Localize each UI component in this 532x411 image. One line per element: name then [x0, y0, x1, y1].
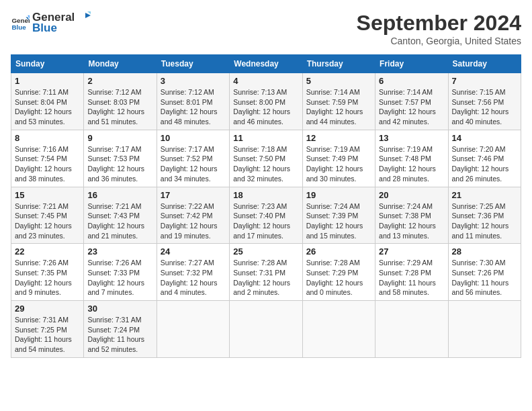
- calendar-day-cell: 1Sunrise: 7:11 AMSunset: 8:04 PMDaylight…: [11, 73, 84, 130]
- day-header-wednesday: Wednesday: [230, 55, 302, 73]
- day-info: Sunrise: 7:12 AMSunset: 8:03 PMDaylight:…: [87, 87, 152, 127]
- calendar-day-cell: 28Sunrise: 7:30 AMSunset: 7:26 PMDayligh…: [448, 244, 521, 301]
- day-number: 6: [379, 76, 444, 86]
- logo: General Blue General Blue: [11, 11, 91, 35]
- day-number: 13: [379, 133, 444, 143]
- calendar-day-cell: 30Sunrise: 7:31 AMSunset: 7:24 PMDayligh…: [84, 301, 157, 358]
- header-row: SundayMondayTuesdayWednesdayThursdayFrid…: [11, 55, 521, 73]
- day-number: 15: [15, 190, 80, 200]
- svg-marker-4: [85, 13, 91, 18]
- day-info: Sunrise: 7:27 AMSunset: 7:32 PMDaylight:…: [161, 258, 226, 298]
- day-number: 9: [87, 133, 152, 143]
- day-info: Sunrise: 7:17 AMSunset: 7:52 PMDaylight:…: [161, 144, 226, 184]
- calendar-day-cell: 10Sunrise: 7:17 AMSunset: 7:52 PMDayligh…: [157, 130, 229, 187]
- day-info: Sunrise: 7:15 AMSunset: 7:56 PMDaylight:…: [452, 87, 517, 127]
- day-header-friday: Friday: [375, 55, 448, 73]
- day-info: Sunrise: 7:24 AMSunset: 7:39 PMDaylight:…: [306, 201, 371, 241]
- day-number: 25: [233, 246, 298, 257]
- day-info: Sunrise: 7:21 AMSunset: 7:45 PMDaylight:…: [15, 201, 80, 241]
- calendar-day-cell: 12Sunrise: 7:19 AMSunset: 7:49 PMDayligh…: [302, 130, 375, 187]
- calendar-week-row: 29Sunrise: 7:31 AMSunset: 7:25 PMDayligh…: [11, 301, 521, 358]
- day-number: 16: [87, 190, 152, 200]
- day-number: 8: [15, 133, 80, 143]
- calendar-day-cell: 22Sunrise: 7:26 AMSunset: 7:35 PMDayligh…: [11, 244, 84, 301]
- day-number: 17: [161, 190, 226, 200]
- day-number: 21: [452, 190, 517, 200]
- day-number: 1: [15, 76, 80, 86]
- calendar-day-cell: 9Sunrise: 7:17 AMSunset: 7:53 PMDaylight…: [84, 130, 157, 187]
- empty-cell: [302, 301, 375, 358]
- calendar-week-row: 15Sunrise: 7:21 AMSunset: 7:45 PMDayligh…: [11, 187, 521, 244]
- day-info: Sunrise: 7:30 AMSunset: 7:26 PMDaylight:…: [452, 258, 517, 298]
- day-number: 14: [452, 133, 517, 143]
- calendar-week-row: 22Sunrise: 7:26 AMSunset: 7:35 PMDayligh…: [11, 244, 521, 301]
- calendar-day-cell: 23Sunrise: 7:26 AMSunset: 7:33 PMDayligh…: [84, 244, 157, 301]
- day-number: 11: [233, 133, 298, 143]
- day-number: 10: [161, 133, 226, 143]
- day-info: Sunrise: 7:25 AMSunset: 7:36 PMDaylight:…: [452, 201, 517, 241]
- day-info: Sunrise: 7:28 AMSunset: 7:31 PMDaylight:…: [233, 258, 298, 298]
- day-number: 20: [379, 190, 444, 200]
- title-area: September 2024 Canton, Georgia, United S…: [357, 11, 521, 46]
- day-number: 29: [15, 304, 80, 314]
- header: General Blue General Blue September 2024…: [11, 11, 521, 46]
- day-header-sunday: Sunday: [11, 55, 84, 73]
- calendar-day-cell: 2Sunrise: 7:12 AMSunset: 8:03 PMDaylight…: [84, 73, 157, 130]
- empty-cell: [157, 301, 229, 358]
- calendar-day-cell: 14Sunrise: 7:20 AMSunset: 7:46 PMDayligh…: [448, 130, 521, 187]
- svg-text:Blue: Blue: [11, 24, 26, 31]
- day-number: 5: [306, 76, 371, 86]
- day-info: Sunrise: 7:22 AMSunset: 7:42 PMDaylight:…: [161, 201, 226, 241]
- calendar-day-cell: 29Sunrise: 7:31 AMSunset: 7:25 PMDayligh…: [11, 301, 84, 358]
- calendar-day-cell: 25Sunrise: 7:28 AMSunset: 7:31 PMDayligh…: [230, 244, 302, 301]
- empty-cell: [375, 301, 448, 358]
- day-info: Sunrise: 7:21 AMSunset: 7:43 PMDaylight:…: [87, 201, 152, 241]
- calendar-day-cell: 5Sunrise: 7:14 AMSunset: 7:59 PMDaylight…: [302, 73, 375, 130]
- calendar-day-cell: 17Sunrise: 7:22 AMSunset: 7:42 PMDayligh…: [157, 187, 229, 244]
- day-info: Sunrise: 7:14 AMSunset: 7:59 PMDaylight:…: [306, 87, 371, 127]
- calendar-day-cell: 6Sunrise: 7:14 AMSunset: 7:57 PMDaylight…: [375, 73, 448, 130]
- calendar-day-cell: 13Sunrise: 7:19 AMSunset: 7:48 PMDayligh…: [375, 130, 448, 187]
- day-number: 28: [452, 246, 517, 257]
- day-number: 23: [87, 246, 152, 257]
- calendar-day-cell: 21Sunrise: 7:25 AMSunset: 7:36 PMDayligh…: [448, 187, 521, 244]
- day-info: Sunrise: 7:16 AMSunset: 7:54 PMDaylight:…: [15, 144, 80, 184]
- day-info: Sunrise: 7:20 AMSunset: 7:46 PMDaylight:…: [452, 144, 517, 184]
- calendar-day-cell: 24Sunrise: 7:27 AMSunset: 7:32 PMDayligh…: [157, 244, 229, 301]
- calendar-day-cell: 16Sunrise: 7:21 AMSunset: 7:43 PMDayligh…: [84, 187, 157, 244]
- day-number: 18: [233, 190, 298, 200]
- logo-icon: General Blue: [11, 13, 30, 32]
- day-number: 27: [379, 246, 444, 257]
- calendar-day-cell: 8Sunrise: 7:16 AMSunset: 7:54 PMDaylight…: [11, 130, 84, 187]
- day-header-monday: Monday: [84, 55, 157, 73]
- day-header-thursday: Thursday: [302, 55, 375, 73]
- calendar-day-cell: 4Sunrise: 7:13 AMSunset: 8:00 PMDaylight…: [230, 73, 302, 130]
- day-info: Sunrise: 7:14 AMSunset: 7:57 PMDaylight:…: [379, 87, 444, 127]
- calendar-day-cell: 18Sunrise: 7:23 AMSunset: 7:40 PMDayligh…: [230, 187, 302, 244]
- day-info: Sunrise: 7:12 AMSunset: 8:01 PMDaylight:…: [161, 87, 226, 127]
- day-number: 4: [233, 76, 298, 86]
- day-number: 2: [87, 76, 152, 86]
- day-info: Sunrise: 7:19 AMSunset: 7:48 PMDaylight:…: [379, 144, 444, 184]
- day-info: Sunrise: 7:11 AMSunset: 8:04 PMDaylight:…: [15, 87, 80, 127]
- day-number: 7: [452, 76, 517, 86]
- svg-marker-5: [87, 11, 91, 14]
- calendar-day-cell: 11Sunrise: 7:18 AMSunset: 7:50 PMDayligh…: [230, 130, 302, 187]
- day-info: Sunrise: 7:13 AMSunset: 8:00 PMDaylight:…: [233, 87, 298, 127]
- calendar-header: SundayMondayTuesdayWednesdayThursdayFrid…: [11, 55, 521, 73]
- day-info: Sunrise: 7:26 AMSunset: 7:35 PMDaylight:…: [15, 258, 80, 298]
- day-number: 26: [306, 246, 371, 257]
- calendar-day-cell: 19Sunrise: 7:24 AMSunset: 7:39 PMDayligh…: [302, 187, 375, 244]
- empty-cell: [230, 301, 302, 358]
- day-header-tuesday: Tuesday: [157, 55, 229, 73]
- day-info: Sunrise: 7:26 AMSunset: 7:33 PMDaylight:…: [87, 258, 152, 298]
- calendar-week-row: 8Sunrise: 7:16 AMSunset: 7:54 PMDaylight…: [11, 130, 521, 187]
- calendar-day-cell: 26Sunrise: 7:28 AMSunset: 7:29 PMDayligh…: [302, 244, 375, 301]
- day-number: 24: [161, 246, 226, 257]
- day-number: 22: [15, 246, 80, 257]
- calendar-table: SundayMondayTuesdayWednesdayThursdayFrid…: [11, 54, 521, 358]
- calendar-week-row: 1Sunrise: 7:11 AMSunset: 8:04 PMDaylight…: [11, 73, 521, 130]
- day-info: Sunrise: 7:18 AMSunset: 7:50 PMDaylight:…: [233, 144, 298, 184]
- calendar-day-cell: 20Sunrise: 7:24 AMSunset: 7:38 PMDayligh…: [375, 187, 448, 244]
- day-number: 12: [306, 133, 371, 143]
